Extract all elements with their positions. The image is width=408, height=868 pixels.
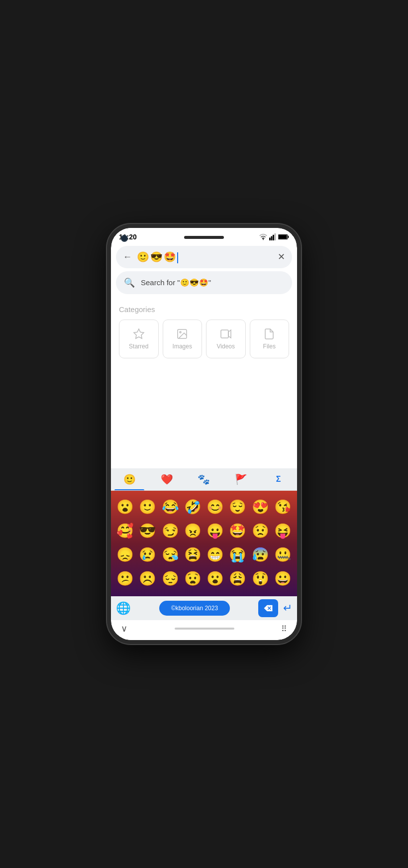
svg-point-10 bbox=[180, 331, 181, 333]
clear-button[interactable]: ✕ bbox=[278, 251, 285, 262]
emoji-smile[interactable]: 🙂 bbox=[137, 496, 159, 518]
battery-icon bbox=[278, 233, 289, 240]
categories-grid: Starred Images Videos bbox=[119, 320, 289, 358]
categories-section: Categories Starred Images bbox=[111, 299, 297, 364]
emoji-pensive[interactable]: 😔 bbox=[159, 567, 181, 589]
backspace-button[interactable] bbox=[258, 599, 278, 617]
home-indicator[interactable] bbox=[175, 628, 234, 630]
phone-frame: 11:20 bbox=[107, 224, 301, 644]
tab-animals[interactable]: 🐾 bbox=[186, 468, 223, 490]
emoji-grin[interactable]: 😁 bbox=[204, 543, 226, 565]
emoji-row-4: 😕 ☹️ 😔 😧 😮 😩 😲 😀 bbox=[114, 567, 294, 589]
tab-flags[interactable]: 🚩 bbox=[222, 468, 260, 490]
emoji-cry[interactable]: 😢 bbox=[137, 543, 159, 565]
emoji-confused[interactable]: 😕 bbox=[114, 567, 136, 589]
svg-rect-6 bbox=[288, 236, 289, 238]
files-label: Files bbox=[263, 343, 276, 350]
star-icon bbox=[133, 328, 145, 340]
svg-marker-8 bbox=[134, 329, 144, 338]
emoji-grinning[interactable]: 😀 bbox=[272, 567, 294, 589]
spacer bbox=[111, 364, 297, 468]
emoji-zipper[interactable]: 🤐 bbox=[272, 543, 294, 565]
files-icon bbox=[263, 328, 275, 340]
videos-icon bbox=[220, 328, 232, 340]
back-button[interactable]: ← bbox=[123, 252, 132, 262]
emoji-rofl[interactable]: 🤣 bbox=[182, 496, 204, 518]
emoji-laughing[interactable]: 😂 bbox=[159, 496, 181, 518]
emoji-sleepy[interactable]: 😪 bbox=[159, 543, 181, 565]
emoji-tired[interactable]: 😫 bbox=[182, 543, 204, 565]
category-videos[interactable]: Videos bbox=[206, 320, 246, 358]
images-label: Images bbox=[173, 343, 192, 350]
phone-speaker bbox=[184, 236, 224, 239]
phone-screen: 11:20 bbox=[111, 228, 297, 640]
emoji-row-1: 😮 🙂 😂 🤣 😊 😌 😍 😘 bbox=[114, 496, 294, 518]
front-camera bbox=[121, 235, 128, 242]
wifi-icon bbox=[259, 233, 267, 240]
emoji-smirk[interactable]: 😏 bbox=[159, 520, 181, 542]
globe-button[interactable]: 🌐 bbox=[116, 601, 131, 615]
emoji-row-2: 🥰 😎 😏 😠 😛 🤩 😟 😝 bbox=[114, 520, 294, 542]
copyright-button[interactable]: ©kboloorian 2023 bbox=[159, 601, 230, 616]
svg-rect-2 bbox=[271, 236, 273, 240]
search-suggestion[interactable]: 🔍 Search for "🙂😎🤩" bbox=[116, 271, 292, 294]
emoji-row-3: 😞 😢 😪 😫 😁 😭 😰 🤐 bbox=[114, 543, 294, 565]
keyboard-bottom-bar: 🌐 ©kboloorian 2023 ↵ bbox=[111, 596, 297, 620]
category-files[interactable]: Files bbox=[250, 320, 290, 358]
nav-chevron[interactable]: ∨ bbox=[121, 623, 127, 634]
text-cursor bbox=[177, 252, 178, 263]
emoji-anguished[interactable]: 😧 bbox=[182, 567, 204, 589]
svg-rect-11 bbox=[221, 330, 228, 338]
emoji-starstruck[interactable]: 🥰 bbox=[114, 520, 136, 542]
search-input[interactable]: 🙂😎🤩 bbox=[137, 251, 273, 263]
svg-rect-1 bbox=[269, 237, 271, 240]
signal-icon bbox=[269, 233, 276, 240]
status-icons bbox=[259, 233, 289, 240]
tab-emoji[interactable]: 🙂 bbox=[111, 468, 148, 490]
enter-button[interactable]: ↵ bbox=[283, 602, 292, 615]
navigation-bar: ∨ ⠿ bbox=[111, 620, 297, 640]
emoji-hushed[interactable]: 😲 bbox=[249, 567, 271, 589]
emoji-blush[interactable]: 😊 bbox=[204, 496, 226, 518]
svg-point-0 bbox=[263, 239, 264, 240]
status-bar: 11:20 bbox=[111, 228, 297, 243]
category-images[interactable]: Images bbox=[163, 320, 203, 358]
emoji-cool[interactable]: 😎 bbox=[137, 520, 159, 542]
starred-label: Starred bbox=[129, 343, 148, 350]
emoji-frown[interactable]: ☹️ bbox=[137, 567, 159, 589]
videos-label: Videos bbox=[217, 343, 235, 350]
categories-label: Categories bbox=[119, 305, 289, 314]
emoji-squint-tongue[interactable]: 😝 bbox=[272, 520, 294, 542]
emoji-sob[interactable]: 😭 bbox=[227, 543, 249, 565]
emoji-relieved[interactable]: 😌 bbox=[227, 496, 249, 518]
search-suggestion-text: Search for "🙂😎🤩" bbox=[141, 278, 211, 287]
emoji-anxious[interactable]: 😰 bbox=[249, 543, 271, 565]
emoji-astonished[interactable]: 😮 bbox=[114, 496, 136, 518]
svg-rect-4 bbox=[275, 233, 276, 240]
emoji-tongue[interactable]: 😛 bbox=[204, 520, 226, 542]
emoji-weary[interactable]: 😩 bbox=[227, 567, 249, 589]
nav-grid-icon[interactable]: ⠿ bbox=[281, 624, 287, 634]
svg-rect-7 bbox=[279, 235, 287, 238]
emoji-heart-eyes[interactable]: 😍 bbox=[249, 496, 271, 518]
svg-rect-3 bbox=[273, 235, 274, 240]
tab-symbols[interactable]: Σ bbox=[260, 468, 297, 490]
emoji-angry[interactable]: 😠 bbox=[182, 520, 204, 542]
emoji-worried[interactable]: 😟 bbox=[249, 520, 271, 542]
emoji-grid: 😮 🙂 😂 🤣 😊 😌 😍 😘 🥰 😎 😏 😠 😛 🤩 😟 😝 bbox=[111, 491, 297, 596]
backspace-icon bbox=[264, 605, 273, 612]
emoji-party[interactable]: 🤩 bbox=[227, 520, 249, 542]
tab-heart[interactable]: ❤️ bbox=[148, 468, 186, 490]
search-icon: 🔍 bbox=[124, 277, 135, 288]
search-bar[interactable]: ← 🙂😎🤩 ✕ bbox=[116, 246, 292, 268]
emoji-disappointed[interactable]: 😞 bbox=[114, 543, 136, 565]
emoji-kiss[interactable]: 😘 bbox=[272, 496, 294, 518]
category-starred[interactable]: Starred bbox=[119, 320, 159, 358]
images-icon bbox=[176, 328, 188, 340]
emoji-tabs: 🙂 ❤️ 🐾 🚩 Σ bbox=[111, 468, 297, 491]
emoji-open-mouth[interactable]: 😮 bbox=[204, 567, 226, 589]
